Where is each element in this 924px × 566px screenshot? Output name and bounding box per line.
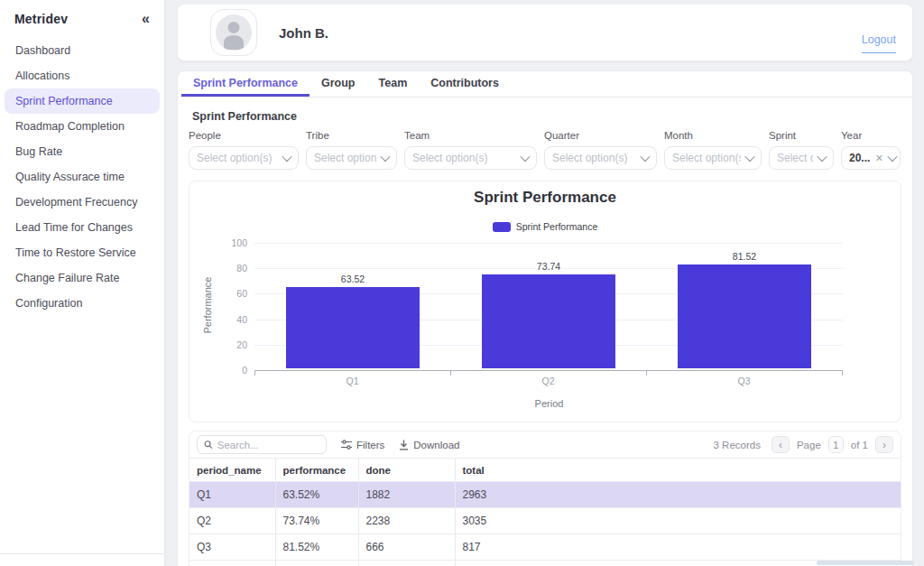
tab-contributors[interactable]: Contributors bbox=[419, 71, 511, 97]
search-box[interactable] bbox=[197, 435, 327, 454]
main-area: John B. Logout Sprint Performance Group … bbox=[177, 0, 913, 566]
filter-team-label: Team bbox=[404, 130, 537, 141]
table-row[interactable]: Q2 73.74% 2238 3035 bbox=[189, 508, 901, 534]
y-tick-label: 60 bbox=[215, 288, 247, 299]
bar bbox=[286, 287, 420, 368]
filter-people-label: People bbox=[189, 130, 299, 141]
chart-legend[interactable]: Sprint Performance bbox=[189, 221, 901, 232]
tribe-select[interactable]: Select option(s) bbox=[306, 146, 397, 170]
search-icon bbox=[204, 440, 213, 450]
page-label: Page bbox=[797, 440, 821, 450]
horizontal-scrollbar[interactable] bbox=[817, 561, 914, 565]
results-table-card: Filters Download 3 Records ‹ Page of 1 › bbox=[189, 431, 901, 566]
sidebar-item-configuration[interactable]: Configuration bbox=[5, 291, 160, 316]
user-icon bbox=[216, 14, 252, 51]
bar-q2[interactable]: 73.74 bbox=[482, 261, 615, 368]
x-tick-label: Q1 bbox=[254, 376, 450, 386]
user-header-card: John B. Logout bbox=[177, 4, 913, 61]
brand-logo: Metridev bbox=[14, 12, 68, 26]
filter-sprint-label: Sprint bbox=[769, 130, 834, 141]
filter-quarter-label: Quarter bbox=[544, 130, 657, 141]
quarter-select[interactable]: Select option(s) bbox=[544, 146, 657, 170]
page-title: Sprint Performance bbox=[192, 110, 898, 123]
chevron-down-icon bbox=[520, 152, 530, 162]
tab-group[interactable]: Group bbox=[310, 71, 367, 97]
filter-sprint: Sprint Select option(s) bbox=[769, 130, 834, 170]
filter-month-label: Month bbox=[664, 130, 762, 141]
sidebar-item-time-to-restore-service[interactable]: Time to Restore Service bbox=[5, 240, 160, 265]
chevron-down-icon bbox=[380, 152, 390, 162]
gridline bbox=[254, 243, 843, 244]
sidebar-item-dashboard[interactable]: Dashboard bbox=[5, 38, 160, 63]
chevron-down-icon bbox=[887, 152, 897, 162]
x-axis-title: Period bbox=[451, 398, 647, 409]
chevron-down-icon bbox=[282, 152, 291, 162]
month-select[interactable]: Select option(s) bbox=[664, 146, 762, 170]
user-name: John B. bbox=[279, 25, 328, 41]
tab-sprint-performance[interactable]: Sprint Performance bbox=[181, 71, 310, 97]
x-tick-label: Q3 bbox=[646, 376, 842, 386]
bar bbox=[482, 274, 615, 368]
content-card: Sprint Performance Group Team Contributo… bbox=[177, 70, 913, 566]
people-select[interactable]: Select option(s) bbox=[189, 146, 299, 170]
table-toolbar: Filters Download 3 Records ‹ Page of 1 › bbox=[189, 431, 901, 458]
x-tick-mark bbox=[842, 371, 843, 376]
chevron-down-icon bbox=[744, 152, 754, 162]
year-select[interactable]: 20... × bbox=[841, 146, 901, 170]
logout-link[interactable]: Logout bbox=[862, 33, 896, 53]
column-header-done[interactable]: done bbox=[358, 459, 455, 482]
sidebar-item-allocations[interactable]: Allocations bbox=[5, 63, 160, 88]
filter-year: Year 20... × bbox=[841, 130, 901, 170]
prev-page-button[interactable]: ‹ bbox=[772, 436, 790, 453]
table-row[interactable]: Q3 81.52% 666 817 bbox=[189, 534, 901, 561]
filters-row: People Select option(s) Tribe Select opt… bbox=[178, 123, 912, 170]
filter-month: Month Select option(s) bbox=[664, 130, 762, 170]
y-tick-label: 40 bbox=[215, 314, 247, 325]
x-axis-line bbox=[254, 370, 843, 371]
sprint-select[interactable]: Select option(s) bbox=[769, 146, 834, 170]
chart-title: Sprint Performance bbox=[189, 189, 901, 207]
records-count: 3 Records bbox=[714, 440, 761, 450]
page-number-input[interactable] bbox=[828, 436, 844, 453]
team-select[interactable]: Select option(s) bbox=[404, 146, 537, 170]
tab-bar: Sprint Performance Group Team Contributo… bbox=[178, 71, 912, 97]
table-row bbox=[189, 561, 901, 566]
column-header-period-name[interactable]: period_name bbox=[189, 459, 275, 482]
collapse-sidebar-icon[interactable]: « bbox=[142, 11, 150, 27]
sidebar-nav: Dashboard Allocations Sprint Performance… bbox=[0, 38, 164, 316]
filters-button[interactable]: Filters bbox=[341, 440, 384, 450]
legend-swatch bbox=[493, 222, 511, 232]
avatar[interactable] bbox=[210, 9, 257, 56]
sidebar-item-sprint-performance[interactable]: Sprint Performance bbox=[5, 88, 160, 114]
y-tick-label: 80 bbox=[215, 263, 247, 274]
download-button[interactable]: Download bbox=[399, 440, 459, 450]
sidebar-item-development-frequency[interactable]: Development Frecuency bbox=[5, 190, 160, 215]
sidebar-item-change-failure-rate[interactable]: Change Failure Rate bbox=[5, 265, 160, 291]
sidebar-item-bug-rate[interactable]: Bug Rate bbox=[5, 139, 160, 164]
y-tick-label: 100 bbox=[215, 237, 247, 248]
y-axis-title: Performance bbox=[202, 260, 213, 350]
bar bbox=[678, 264, 811, 368]
bar-q1[interactable]: 63.52 bbox=[286, 274, 420, 368]
column-header-total[interactable]: total bbox=[455, 459, 901, 482]
bar-value-label: 63.52 bbox=[341, 274, 365, 284]
sidebar-item-roadmap-completion[interactable]: Roadmap Completion bbox=[5, 114, 160, 139]
page-total-label: of 1 bbox=[851, 440, 868, 450]
next-page-button[interactable]: › bbox=[875, 436, 893, 453]
column-header-performance[interactable]: performance bbox=[275, 459, 358, 482]
filter-year-label: Year bbox=[841, 130, 901, 141]
bar-value-label: 73.74 bbox=[537, 261, 560, 272]
table-header-row: period_name performance done total bbox=[189, 459, 901, 482]
bar-q3[interactable]: 81.52 bbox=[678, 251, 811, 368]
sidebar-item-quality-assurance-time[interactable]: Quality Assurace time bbox=[5, 164, 160, 190]
y-tick-label: 0 bbox=[215, 365, 247, 376]
sprint-performance-chart: Sprint Performance Sprint Performance 10… bbox=[189, 181, 901, 422]
chevron-down-icon bbox=[817, 152, 827, 162]
clear-icon[interactable]: × bbox=[875, 152, 882, 164]
tab-team[interactable]: Team bbox=[367, 71, 420, 97]
search-input[interactable] bbox=[217, 440, 319, 450]
sidebar-divider bbox=[0, 553, 164, 554]
table-row[interactable]: Q1 63.52% 1882 2963 bbox=[189, 482, 901, 508]
chevron-down-icon bbox=[640, 152, 650, 162]
sidebar-item-lead-time-for-changes[interactable]: Lead Time for Changes bbox=[5, 215, 160, 240]
